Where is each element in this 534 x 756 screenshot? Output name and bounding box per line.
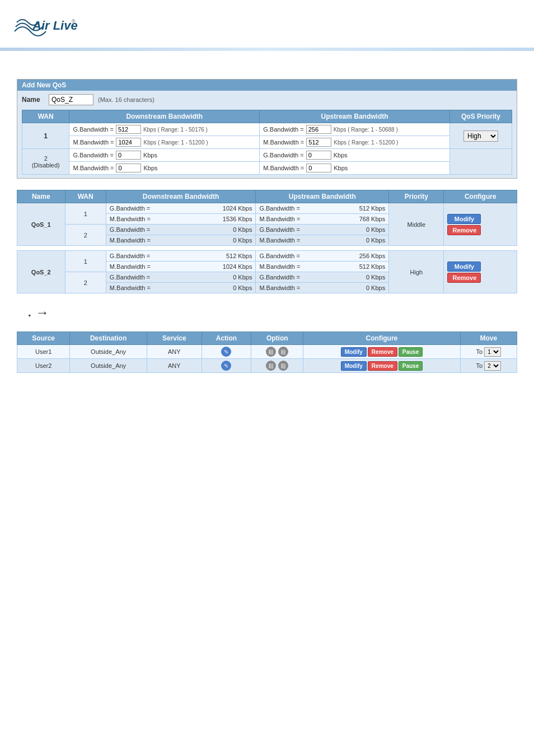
table-row: M.Bandwidth = Kbps ( Range: 1 - 51200 ) … <box>22 136 512 149</box>
add-qos-title: Add New QoS <box>22 81 66 89</box>
policy-row2-pause-button[interactable]: Pause <box>399 361 423 371</box>
priority-cell-1: Low Middle High <box>450 123 512 149</box>
qos1-us-g-row: G.Bandwidth = 512 Kbps <box>259 205 385 212</box>
us-g-label-1: G.Bandwidth = <box>263 126 303 133</box>
qos2-modify-button[interactable]: Modify <box>447 262 481 272</box>
policy-row2-remove-button[interactable]: Remove <box>368 361 397 371</box>
list-th-configure: Configure <box>444 190 517 203</box>
ds-g-label-1: G.Bandwidth = <box>73 126 113 133</box>
qos2-us-g-row: G.Bandwidth = 256 Kbps <box>259 253 385 259</box>
qos2-ds-g-label: G.Bandwidth = <box>110 253 150 259</box>
qos2-us-g-value: 256 Kbps <box>359 253 385 259</box>
ds-g-input-1[interactable] <box>116 125 141 134</box>
header-decoration <box>0 48 534 51</box>
qos2-us-m-label: M.Bandwidth = <box>259 263 300 270</box>
qos2-wan2: 2 <box>65 272 106 293</box>
policy-th-move: Move <box>460 332 517 345</box>
qos2-remove-button[interactable]: Remove <box>447 273 481 283</box>
option-icon1-2[interactable]: ⛓ <box>266 361 276 371</box>
name-hint: (Max. 16 characters) <box>98 96 154 103</box>
qos2-ds-g: G.Bandwidth = 512 Kbps <box>106 251 256 262</box>
action-icons-1: ✎ <box>205 347 247 357</box>
th-priority: QoS Priority <box>450 110 512 123</box>
us-m-field-2: M.Bandwidth = Kbps <box>263 164 446 172</box>
us-m-input-1[interactable] <box>306 138 331 147</box>
ds-g-unit-2: Kbps <box>143 152 157 158</box>
ds-m-row1: M.Bandwidth = Kbps ( Range: 1 - 51200 ) <box>69 136 260 149</box>
us-m-input-2[interactable] <box>306 164 331 172</box>
edit-icon-2[interactable]: ✎ <box>221 361 231 371</box>
policy-row1-destination: Outside_Any <box>70 345 147 359</box>
nav-dot: . <box>28 306 31 319</box>
qos1-name-cell: QoS_1 <box>17 203 65 246</box>
table-row: M.Bandwidth = Kbps M.Bandwidth = Kbps <box>22 162 512 175</box>
policy-row2-source: User2 <box>17 359 70 373</box>
priority-select-1[interactable]: Low Middle High <box>463 130 498 142</box>
qos1-ds-m: M.Bandwidth = 1536 Kbps <box>106 214 256 225</box>
configure-btns-1: Modify Remove Pause <box>307 347 456 357</box>
us-g-field-2: G.Bandwidth = Kbps <box>263 151 446 160</box>
policy-th-action: Action <box>202 332 251 345</box>
qos1-ds-g-row: G.Bandwidth = 1024 Kbps <box>110 205 252 212</box>
policy-th-configure: Configure <box>303 332 460 345</box>
policy-row1-remove-button[interactable]: Remove <box>368 347 397 357</box>
qos1-wan2-us-g-value: 0 Kbps <box>366 226 385 233</box>
us-m-row2: M.Bandwidth = Kbps <box>260 162 450 175</box>
ds-m-input-2[interactable] <box>116 164 141 172</box>
qos2-us-m: M.Bandwidth = 512 Kbps <box>256 262 389 272</box>
move-label-2: To <box>476 362 483 369</box>
th-wan: WAN <box>22 110 69 123</box>
table-row: 1 G.Bandwidth = Kbps ( Range: 1 - 50176 … <box>22 123 512 136</box>
qos1-us-g: G.Bandwidth = 512 Kbps <box>256 203 389 214</box>
policy-section: Source Destination Service Action Option… <box>17 332 517 373</box>
option-icon1-1[interactable]: ⛓ <box>266 347 276 357</box>
qos1-ds-g-value: 1024 Kbps <box>223 205 252 212</box>
policy-row1-source: User1 <box>17 345 70 359</box>
ds-m-label-2: M.Bandwidth = <box>73 165 114 171</box>
option-icon2-1[interactable]: ⛓ <box>278 347 288 357</box>
qos2-wan2-ds-m-label: M.Bandwidth = <box>110 284 151 291</box>
edit-icon-1[interactable]: ✎ <box>221 347 231 357</box>
us-g-row2: G.Bandwidth = Kbps <box>260 149 450 162</box>
policy-row1-option: ⛓ ⛓ <box>251 345 303 359</box>
qos2-ds-m: M.Bandwidth = 1024 Kbps <box>106 262 256 272</box>
move-select-1[interactable]: 1 2 <box>484 347 501 357</box>
qos1-wan2-us-m-row: M.Bandwidth = 0 Kbps <box>259 237 385 244</box>
qos1-ds-g: G.Bandwidth = 1024 Kbps <box>106 203 256 214</box>
nav-arrow[interactable]: → <box>36 305 49 320</box>
separator-row <box>17 246 517 251</box>
qos2-wan2-us-g: G.Bandwidth = 0 Kbps <box>256 272 389 283</box>
qos1-modify-button[interactable]: Modify <box>447 214 481 224</box>
qos2-wan2-us-m-row: M.Bandwidth = 0 Kbps <box>259 284 385 291</box>
policy-table: Source Destination Service Action Option… <box>17 332 517 373</box>
list-th-priority: Priority <box>389 190 444 203</box>
policy-row2-modify-button[interactable]: Modify <box>341 361 367 371</box>
policy-row1-action: ✎ <box>202 345 251 359</box>
qos2-ds-m-value: 1024 Kbps <box>223 263 252 270</box>
table-row: User1 Outside_Any ANY ✎ ⛓ ⛓ <box>17 345 517 359</box>
ds-g-field-2: G.Bandwidth = Kbps <box>73 151 256 160</box>
us-m-label-1: M.Bandwidth = <box>263 139 304 146</box>
ds-g-input-2[interactable] <box>116 151 141 160</box>
policy-row2-move: To 1 2 <box>460 359 517 373</box>
move-select-2[interactable]: 1 2 <box>484 361 501 371</box>
priority-spacer-2 <box>450 149 512 175</box>
option-icon2-2[interactable]: ⛓ <box>278 361 288 371</box>
us-g-input-2[interactable] <box>306 151 331 160</box>
qos2-wan2-us-m-value: 0 Kbps <box>366 284 385 291</box>
qos-name-input[interactable] <box>49 94 93 105</box>
us-g-input-1[interactable] <box>306 125 331 134</box>
policy-row1-modify-button[interactable]: Modify <box>341 347 367 357</box>
qos1-wan2-us-m: M.Bandwidth = 0 Kbps <box>256 235 389 246</box>
ds-m-input-1[interactable] <box>116 138 141 147</box>
table-row: QoS_2 1 G.Bandwidth = 512 Kbps G.Bandwid… <box>17 251 517 262</box>
policy-row1-pause-button[interactable]: Pause <box>399 347 423 357</box>
configure-btns-2: Modify Remove Pause <box>307 361 456 371</box>
svg-text:Air Live: Air Live <box>32 18 78 32</box>
qos1-wan2-ds-m-value: 0 Kbps <box>233 237 252 244</box>
table-row: User2 Outside_Any ANY ✎ ⛓ ⛓ <box>17 359 517 373</box>
policy-th-source: Source <box>17 332 70 345</box>
policy-row1-configure: Modify Remove Pause <box>303 345 460 359</box>
qos1-remove-button[interactable]: Remove <box>447 225 481 235</box>
us-m-field-1: M.Bandwidth = Kbps ( Range: 1 - 51200 ) <box>263 138 446 147</box>
